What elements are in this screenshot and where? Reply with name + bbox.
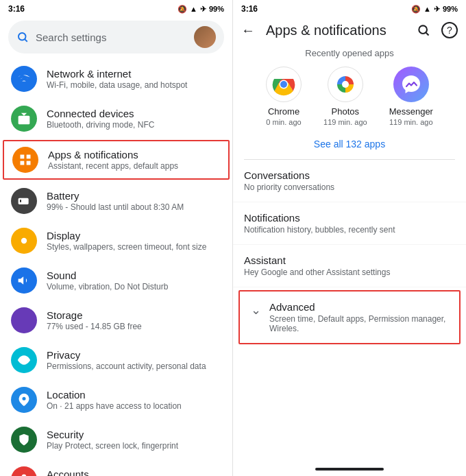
- search-placeholder: Search settings: [36, 32, 187, 43]
- menu-item-conversations[interactable]: Conversations No priority conversations: [233, 160, 466, 202]
- settings-list: Network & internet Wi-Fi, mobile, data u…: [0, 59, 232, 476]
- airplane-icon: ✈: [200, 5, 206, 14]
- bottom-indicator: [315, 468, 384, 471]
- right-battery-icon: 99%: [443, 5, 458, 13]
- back-button[interactable]: ←: [241, 23, 255, 38]
- svg-point-0: [19, 33, 26, 40]
- right-status-bar: 3:16 🔕 ▲ ✈ 99%: [233, 0, 466, 16]
- messenger-icon-circle: [393, 67, 429, 102]
- svg-rect-5: [21, 161, 25, 165]
- network-subtitle: Wi-Fi, mobile, data usage, and hotspot: [47, 80, 221, 90]
- advanced-item[interactable]: ⌄ Advanced Screen time, Default apps, Pe…: [238, 290, 461, 344]
- apps-subtitle: Assistant, recent apps, default apps: [48, 161, 220, 171]
- advanced-title: Advanced: [269, 301, 448, 313]
- photos-icon-circle: [328, 67, 363, 102]
- display-subtitle: Styles, wallpapers, screen timeout, font…: [47, 242, 221, 252]
- settings-item-privacy[interactable]: Privacy Permissions, account activity, p…: [0, 340, 232, 380]
- right-panel: 3:16 🔕 ▲ ✈ 99% ← Apps & notifications ? …: [233, 0, 466, 476]
- settings-item-devices[interactable]: Connected devices Bluetooth, driving mod…: [0, 99, 232, 139]
- accounts-icon: [11, 466, 37, 476]
- network-icon: [11, 66, 37, 92]
- chevron-down-icon: ⌄: [251, 302, 261, 318]
- svg-line-18: [27, 237, 28, 237]
- location-subtitle: On · 21 apps have access to location: [47, 401, 221, 411]
- settings-item-battery[interactable]: Battery 99% - Should last until about 8:…: [0, 181, 232, 221]
- see-all-link[interactable]: See all 132 apps: [233, 132, 466, 159]
- accounts-text: Accounts WhatsApp, Google, and Duo...: [47, 468, 221, 476]
- header-help-icon[interactable]: ?: [441, 22, 458, 38]
- settings-item-display[interactable]: Display Styles, wallpapers, screen timeo…: [0, 221, 232, 261]
- location-text: Location On · 21 apps have access to loc…: [47, 389, 221, 411]
- right-time: 3:16: [241, 4, 258, 14]
- apps-icon: [12, 147, 38, 173]
- sound-title: Sound: [47, 270, 221, 281]
- svg-point-26: [23, 359, 26, 362]
- advanced-subtitle: Screen time, Default apps, Permission ma…: [269, 314, 448, 333]
- avatar[interactable]: [194, 26, 216, 48]
- storage-title: Storage: [47, 309, 221, 321]
- assistant-subtitle: Hey Google and other Assistant settings: [244, 267, 455, 277]
- display-title: Display: [47, 230, 221, 241]
- svg-line-13: [20, 237, 21, 237]
- display-text: Display Styles, wallpapers, screen timeo…: [47, 230, 221, 252]
- wifi-icon: ▲: [190, 5, 197, 13]
- settings-item-security[interactable]: Security Play Protect, screen lock, fing…: [0, 420, 232, 460]
- devices-text: Connected devices Bluetooth, driving mod…: [47, 108, 221, 130]
- storage-icon: [11, 307, 37, 333]
- app-photos[interactable]: Photos 119 min. ago: [323, 67, 367, 126]
- app-chrome[interactable]: Chrome 0 min. ago: [266, 67, 302, 126]
- header-search-icon[interactable]: [417, 23, 430, 37]
- left-status-icons: 🔕 ▲ ✈ 99%: [177, 5, 224, 14]
- svg-rect-2: [19, 116, 30, 125]
- devices-icon: [11, 106, 37, 132]
- settings-item-sound[interactable]: Sound Volume, vibration, Do Not Disturb: [0, 261, 232, 300]
- menu-item-assistant[interactable]: Assistant Hey Google and other Assistant…: [233, 245, 466, 287]
- mute-icon: 🔕: [177, 5, 187, 14]
- location-title: Location: [47, 389, 221, 401]
- right-airplane-icon: ✈: [434, 5, 440, 14]
- svg-line-17: [20, 244, 21, 245]
- battery-subtitle: 99% - Should last until about 8:30 AM: [47, 202, 221, 212]
- left-time: 3:16: [8, 4, 25, 14]
- svg-line-30: [426, 33, 429, 36]
- security-icon: [11, 427, 37, 453]
- app-messenger[interactable]: Messenger 119 min. ago: [389, 67, 433, 126]
- battery-title: Battery: [47, 190, 221, 202]
- photos-svg: [333, 72, 358, 97]
- settings-item-network[interactable]: Network & internet Wi-Fi, mobile, data u…: [0, 59, 232, 99]
- right-header: ← Apps & notifications ?: [233, 16, 466, 45]
- advanced-text: Advanced Screen time, Default apps, Perm…: [269, 301, 448, 333]
- battery-icon: 99%: [209, 5, 224, 13]
- settings-item-location[interactable]: Location On · 21 apps have access to loc…: [0, 380, 232, 420]
- battery-icon-circle: [11, 188, 37, 214]
- svg-point-29: [419, 25, 427, 34]
- svg-point-27: [23, 397, 26, 401]
- notifications-subtitle: Notification history, bubbles, recently …: [244, 225, 455, 235]
- network-title: Network & internet: [47, 68, 221, 80]
- sound-text: Sound Volume, vibration, Do Not Disturb: [47, 270, 221, 291]
- right-mute-icon: 🔕: [411, 5, 421, 14]
- settings-item-apps[interactable]: Apps & notifications Assistant, recent a…: [3, 140, 230, 180]
- security-title: Security: [47, 429, 221, 440]
- conversations-subtitle: No priority conversations: [244, 182, 455, 192]
- photos-time: 119 min. ago: [323, 118, 367, 126]
- svg-rect-6: [27, 161, 31, 165]
- storage-subtitle: 77% used - 14.85 GB free: [47, 322, 221, 331]
- bottom-bar: [233, 460, 466, 476]
- menu-item-notifications[interactable]: Notifications Notification history, bubb…: [233, 202, 466, 245]
- storage-text: Storage 77% used - 14.85 GB free: [47, 309, 221, 331]
- privacy-subtitle: Permissions, account activity, personal …: [47, 361, 221, 371]
- settings-item-storage[interactable]: Storage 77% used - 14.85 GB free: [0, 300, 232, 340]
- header-icons: ?: [417, 22, 458, 38]
- chrome-icon-circle: [266, 67, 302, 102]
- apps-text: Apps & notifications Assistant, recent a…: [48, 149, 220, 171]
- search-bar[interactable]: Search settings: [8, 21, 224, 53]
- chrome-time: 0 min. ago: [266, 118, 301, 126]
- svg-point-10: [21, 238, 27, 243]
- settings-item-accounts[interactable]: Accounts WhatsApp, Google, and Duo...: [0, 460, 232, 476]
- messenger-name: Messenger: [389, 106, 433, 117]
- security-subtitle: Play Protect, screen lock, fingerprint: [47, 441, 221, 451]
- left-status-bar: 3:16 🔕 ▲ ✈ 99%: [0, 0, 232, 16]
- svg-point-35: [280, 81, 287, 88]
- right-wifi-icon: ▲: [424, 5, 431, 13]
